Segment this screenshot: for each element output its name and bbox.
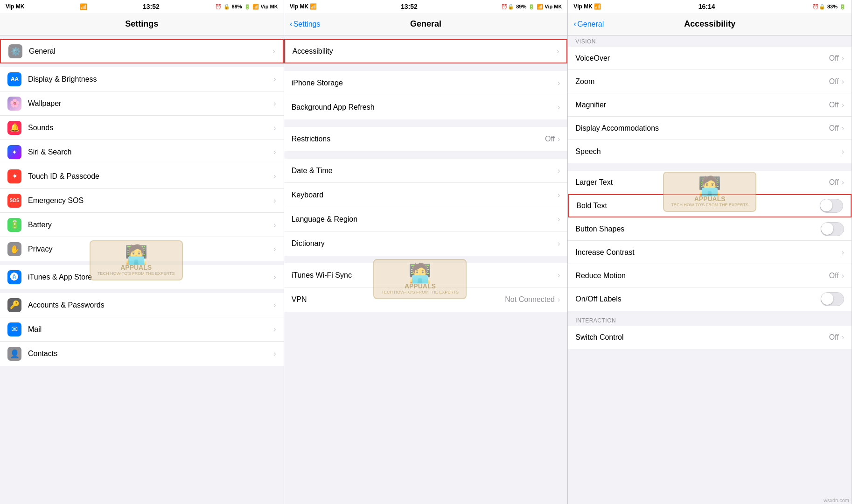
general-back-button[interactable]: ‹ Settings (290, 19, 321, 29)
magnifier-value: Off (829, 101, 839, 109)
appstore-row[interactable]: 🅐 iTunes & App Store › (0, 265, 284, 289)
carrier-2-label: Vip MK (261, 4, 278, 9)
restrictions-row[interactable]: Restrictions Off › (284, 127, 568, 151)
magnifier-row[interactable]: Magnifier Off › (568, 93, 852, 117)
time-p2: 13:52 (401, 3, 418, 10)
language-label: Language & Region (292, 215, 558, 224)
on-off-labels-row[interactable]: On/Off Labels (568, 287, 852, 311)
on-off-labels-toggle[interactable] (821, 292, 844, 306)
general-row[interactable]: ⚙️ General › (0, 39, 284, 63)
general-scroll[interactable]: Accessibility › iPhone Storage › Backgro… (284, 35, 568, 504)
settings-content: ⚙️ General › AA Display & Brightness › 🌸… (0, 35, 284, 504)
wallpaper-row[interactable]: 🌸 Wallpaper › (0, 91, 284, 116)
contacts-label: Contacts (28, 350, 273, 358)
wifi-icon-1: 📶 (80, 3, 87, 10)
time-1: 13:52 (143, 3, 160, 10)
display-acc-label: Display Accommodations (575, 124, 829, 133)
dictionary-label: Dictionary (292, 239, 558, 248)
date-time-row[interactable]: Date & Time › (284, 159, 568, 183)
larger-text-chevron: › (842, 178, 844, 187)
vpn-label: VPN (292, 295, 505, 304)
switch-control-row[interactable]: Switch Control Off › (568, 326, 852, 349)
general-icon: ⚙️ (8, 44, 22, 58)
battery-1: 89% (232, 4, 242, 9)
speech-row[interactable]: Speech › (568, 140, 852, 163)
sounds-row[interactable]: 🔔 Sounds › (0, 116, 284, 140)
zoom-row[interactable]: Zoom Off › (568, 70, 852, 93)
signal-p2: 📶 Vip MK (537, 4, 562, 10)
settings-group-3: 🅐 iTunes & App Store › (0, 265, 284, 289)
appstore-label: iTunes & App Store (28, 273, 273, 281)
itunes-wifi-chevron: › (558, 271, 560, 280)
vpn-row[interactable]: VPN Not Connected › (284, 287, 568, 312)
contacts-row[interactable]: 👤 Contacts › (0, 342, 284, 366)
magnifier-chevron: › (842, 101, 844, 109)
settings-group-2: AA Display & Brightness › 🌸 Wallpaper › … (0, 67, 284, 261)
voiceover-row[interactable]: VoiceOver Off › (568, 47, 852, 70)
bold-text-row[interactable]: Bold Text (568, 194, 852, 217)
sos-label: Emergency SOS (28, 196, 273, 205)
lock-icon-1: 🔒 (223, 4, 230, 10)
mail-row[interactable]: ✉ Mail › (0, 317, 284, 342)
siri-row[interactable]: ✦ Siri & Search › (0, 140, 284, 164)
sos-row[interactable]: SOS Emergency SOS › (0, 189, 284, 213)
date-time-label: Date & Time (292, 167, 558, 175)
accessibility-back-button[interactable]: ‹ General (573, 19, 604, 29)
battery-label: Battery (28, 221, 273, 229)
background-refresh-row[interactable]: Background App Refresh › (284, 95, 568, 119)
restrictions-label: Restrictions (292, 135, 545, 143)
iphone-storage-row[interactable]: iPhone Storage › (284, 71, 568, 95)
language-row[interactable]: Language & Region › (284, 207, 568, 231)
mail-chevron: › (273, 325, 276, 334)
battery-chevron: › (273, 221, 276, 229)
settings-scroll[interactable]: ⚙️ General › AA Display & Brightness › 🌸… (0, 35, 284, 504)
display-row[interactable]: AA Display & Brightness › (0, 67, 284, 91)
button-shapes-row[interactable]: Button Shapes (568, 217, 852, 241)
alarm-icon-2: ⏰🔒 (501, 4, 514, 10)
dictionary-row[interactable]: Dictionary › (284, 231, 568, 256)
sos-icon: SOS (7, 194, 21, 208)
status-icons-3: ⏰🔒 83%🔋 (812, 4, 846, 10)
accessibility-scroll[interactable]: VISION VoiceOver Off › Zoom Off › Magnif… (568, 35, 852, 504)
time-p3: 16:14 (698, 3, 715, 10)
increase-contrast-row[interactable]: Increase Contrast › (568, 241, 852, 264)
voiceover-label: VoiceOver (575, 54, 829, 63)
alarm-icon-3: ⏰🔒 (812, 4, 825, 10)
touchid-label: Touch ID & Passcode (28, 172, 273, 181)
zoom-chevron: › (842, 77, 844, 86)
accessibility-label: Accessibility (293, 47, 557, 56)
touchid-row[interactable]: ✦ Touch ID & Passcode › (0, 164, 284, 189)
speech-chevron: › (842, 147, 844, 156)
iphone-storage-label: iPhone Storage (292, 79, 558, 87)
signal-1: 📶 (252, 4, 259, 10)
interaction-header: INTERACTION (568, 315, 852, 326)
back-chevron-3: ‹ (573, 19, 576, 29)
button-shapes-toggle[interactable] (821, 222, 844, 236)
mail-label: Mail (28, 325, 273, 334)
button-shapes-label: Button Shapes (575, 225, 821, 233)
mail-icon: ✉ (7, 322, 21, 336)
general-chevron: › (272, 47, 275, 56)
reduce-motion-chevron: › (842, 272, 844, 280)
larger-text-label: Larger Text (575, 178, 829, 187)
display-label: Display & Brightness (28, 75, 273, 84)
battery-row[interactable]: 🔋 Battery › (0, 213, 284, 237)
accessibility-panel: Vip MK 📶 16:14 ⏰🔒 83%🔋 ‹ General Accessi… (568, 0, 852, 504)
larger-text-row[interactable]: Larger Text Off › (568, 171, 852, 194)
sos-chevron: › (273, 196, 276, 205)
site-badge: wsxdn.com (824, 497, 849, 503)
itunes-wifi-row[interactable]: iTunes Wi-Fi Sync › (284, 263, 568, 287)
voiceover-chevron: › (842, 54, 844, 63)
display-acc-row[interactable]: Display Accommodations Off › (568, 117, 852, 140)
accounts-row[interactable]: 🔑 Accounts & Passwords › (0, 293, 284, 317)
privacy-row[interactable]: ✋ Privacy › (0, 237, 284, 261)
settings-group-4: 🔑 Accounts & Passwords › ✉ Mail › 👤 Cont… (0, 293, 284, 366)
accessibility-row[interactable]: Accessibility › (284, 39, 568, 63)
bold-text-toggle[interactable] (820, 199, 843, 213)
accounts-icon: 🔑 (7, 298, 21, 312)
reduce-motion-row[interactable]: Reduce Motion Off › (568, 264, 852, 287)
carrier-1: Vip MK (6, 3, 24, 10)
keyboard-row[interactable]: Keyboard › (284, 183, 568, 207)
on-off-labels-label: On/Off Labels (575, 295, 821, 303)
siri-chevron: › (273, 148, 276, 156)
